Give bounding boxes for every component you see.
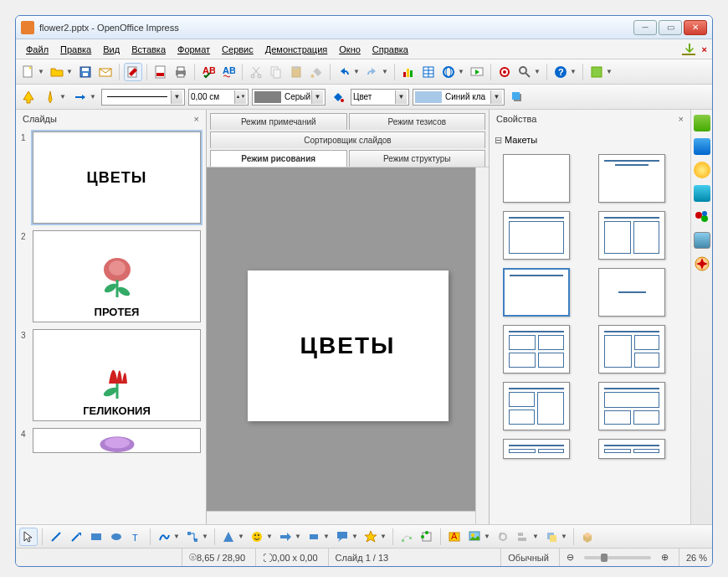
zoom-value[interactable]: 26 % bbox=[679, 549, 707, 566]
layout-centered[interactable] bbox=[598, 268, 665, 317]
from-file-tool[interactable] bbox=[465, 528, 484, 546]
slide-thumb-3[interactable]: 3 ГЕЛИКОНИЯ bbox=[21, 329, 201, 421]
close-button[interactable]: ✕ bbox=[684, 20, 707, 35]
menu-slideshow[interactable]: Демонстрация bbox=[260, 42, 333, 57]
arrows-tool[interactable] bbox=[276, 528, 295, 546]
menu-edit[interactable]: Правка bbox=[55, 42, 96, 57]
layout-partial-b[interactable] bbox=[598, 439, 665, 459]
masters-icon[interactable] bbox=[694, 138, 710, 155]
open-button[interactable] bbox=[48, 63, 66, 81]
current-slide[interactable]: ЦВЕТЫ bbox=[248, 270, 449, 421]
zoom-in-button[interactable]: ⊕ bbox=[661, 552, 669, 563]
fill-color-combo[interactable]: Синий кла▼ bbox=[413, 89, 505, 106]
edit-button[interactable] bbox=[124, 63, 142, 81]
menu-help[interactable]: Справка bbox=[367, 42, 413, 57]
tab-handout[interactable]: Режим тезисов bbox=[349, 113, 486, 130]
maximize-button[interactable]: ▭ bbox=[659, 20, 682, 35]
chart-button[interactable] bbox=[399, 63, 418, 81]
zoom-button[interactable] bbox=[515, 63, 534, 81]
flowchart-tool[interactable] bbox=[305, 528, 323, 546]
layouts-section-title[interactable]: Макеты bbox=[495, 133, 685, 151]
properties-icon[interactable] bbox=[694, 115, 710, 131]
shapes-tool[interactable] bbox=[219, 528, 238, 546]
gallery-button[interactable] bbox=[587, 63, 606, 81]
table-button[interactable] bbox=[419, 63, 438, 81]
gallery-icon[interactable] bbox=[694, 232, 710, 249]
spellcheck-button[interactable]: ABC bbox=[199, 63, 218, 81]
fill-mode-combo[interactable]: Цвет▼ bbox=[351, 89, 409, 106]
glue-tool[interactable] bbox=[418, 528, 436, 546]
callout-tool[interactable] bbox=[333, 528, 351, 546]
text-tool[interactable]: T bbox=[127, 528, 146, 546]
email-button[interactable] bbox=[96, 63, 115, 81]
extrusion-tool[interactable] bbox=[578, 528, 597, 546]
slide-thumb-4[interactable]: 4 bbox=[21, 428, 201, 453]
arrow-line-tool[interactable] bbox=[67, 528, 85, 546]
menu-file[interactable]: Файл bbox=[21, 42, 54, 57]
fontwork-tool[interactable]: A bbox=[445, 528, 464, 546]
slide-thumb-1[interactable]: 1 ЦВЕТЫ bbox=[21, 131, 201, 224]
tab-drawing[interactable]: Режим рисования bbox=[210, 150, 347, 167]
align-tool[interactable] bbox=[514, 528, 532, 546]
pdf-button[interactable] bbox=[151, 63, 170, 81]
shadow-icon[interactable] bbox=[508, 88, 526, 106]
curve-tool[interactable] bbox=[155, 528, 173, 546]
menu-view[interactable]: Вид bbox=[98, 42, 125, 57]
animation-icon[interactable] bbox=[694, 162, 710, 178]
line-end-icon[interactable] bbox=[71, 88, 90, 106]
cut-button[interactable] bbox=[247, 63, 265, 81]
vertical-scrollbar[interactable] bbox=[475, 167, 489, 524]
autospell-button[interactable]: ABC bbox=[219, 63, 238, 81]
select-tool[interactable] bbox=[19, 528, 38, 546]
close-slides-icon[interactable]: × bbox=[194, 114, 199, 124]
ellipse-tool[interactable] bbox=[107, 528, 126, 546]
transition-icon[interactable] bbox=[694, 185, 710, 202]
slide-canvas[interactable]: ЦВЕТЫ bbox=[207, 167, 489, 524]
slides-list[interactable]: 1 ЦВЕТЫ 2 ПРОТЕЯ 3 ГЕЛИКОНИЯ bbox=[16, 128, 206, 524]
save-button[interactable] bbox=[76, 63, 95, 81]
close-menubar-icon[interactable]: × bbox=[702, 44, 707, 54]
layout-blank[interactable] bbox=[503, 154, 570, 203]
star-tool[interactable] bbox=[361, 528, 380, 546]
arrange-tool[interactable] bbox=[542, 528, 561, 546]
hyperlink-button[interactable] bbox=[439, 63, 458, 81]
undo-button[interactable] bbox=[335, 63, 353, 81]
navigator-icon[interactable] bbox=[694, 255, 710, 272]
pen-icon[interactable] bbox=[41, 88, 59, 106]
line-color-combo[interactable]: Серый▼ bbox=[252, 89, 326, 106]
slideshow-button[interactable] bbox=[468, 63, 486, 81]
layout-title[interactable] bbox=[598, 154, 665, 203]
tab-notes[interactable]: Режим примечаний bbox=[210, 113, 347, 130]
print-button[interactable] bbox=[172, 63, 190, 81]
redo-button[interactable] bbox=[363, 63, 382, 81]
styles-icon[interactable] bbox=[694, 209, 710, 225]
paste-button[interactable] bbox=[287, 63, 305, 81]
minimize-button[interactable]: ─ bbox=[633, 20, 657, 35]
menu-tools[interactable]: Сервис bbox=[217, 42, 259, 57]
layout-2-1[interactable] bbox=[503, 382, 570, 430]
navigator-button[interactable] bbox=[495, 63, 514, 81]
zoom-slider[interactable] bbox=[584, 556, 651, 559]
symbol-tool[interactable] bbox=[248, 528, 266, 546]
slide-thumb-2[interactable]: 2 ПРОТЕЯ bbox=[21, 230, 201, 322]
layout-title-content[interactable] bbox=[503, 211, 570, 260]
tab-outline[interactable]: Режим структуры bbox=[349, 150, 486, 167]
tab-sorter[interactable]: Сортировщик слайдов bbox=[210, 131, 485, 148]
layout-top-2bottom[interactable] bbox=[598, 382, 665, 430]
rect-tool[interactable] bbox=[87, 528, 105, 546]
layout-2x2[interactable] bbox=[503, 325, 570, 374]
bucket-icon[interactable] bbox=[329, 88, 347, 106]
layout-partial-a[interactable] bbox=[503, 439, 570, 459]
rotate-tool[interactable] bbox=[494, 528, 512, 546]
copy-button[interactable] bbox=[267, 63, 285, 81]
line-width-combo[interactable]: 0,00 см▲▼ bbox=[188, 89, 249, 106]
close-properties-icon[interactable]: × bbox=[679, 114, 684, 124]
brush-button[interactable] bbox=[307, 63, 326, 81]
layout-two-content[interactable] bbox=[598, 211, 665, 260]
layout-title-only[interactable] bbox=[503, 268, 570, 317]
menu-format[interactable]: Формат bbox=[172, 42, 215, 57]
layout-1-2[interactable] bbox=[598, 325, 665, 374]
line-tool[interactable] bbox=[47, 528, 65, 546]
menu-window[interactable]: Окно bbox=[334, 42, 366, 57]
download-icon[interactable] bbox=[682, 43, 695, 56]
